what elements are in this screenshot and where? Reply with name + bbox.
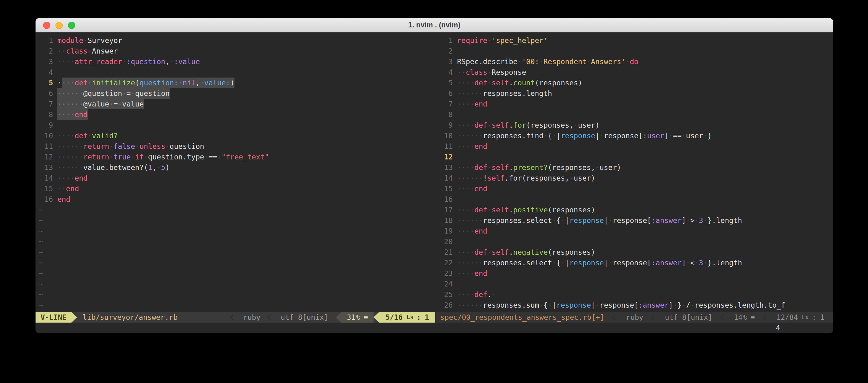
thin-separator-icon: [612, 314, 618, 320]
line-number: 19: [435, 226, 453, 236]
line-number: 11: [35, 141, 53, 152]
code-token: for: [513, 121, 526, 129]
code-line[interactable]: 15····end: [435, 183, 833, 194]
code-line[interactable]: 10····def·valid?: [35, 131, 435, 141]
minimize-button[interactable]: [56, 22, 63, 29]
gutter-gap: [453, 35, 457, 46]
gutter-gap: [453, 141, 457, 152]
window-titlebar[interactable]: 1. nvim . (nvim): [35, 18, 833, 32]
code-line[interactable]: 8: [435, 109, 833, 120]
code-line[interactable]: 5····def·initialize(question:·nil,·value…: [35, 77, 435, 88]
encoding-label: utf-8[unix]: [665, 312, 712, 323]
code-line[interactable]: 8····end: [35, 109, 435, 120]
whitespace-dot: ·: [487, 248, 492, 256]
gutter-gap: [453, 300, 457, 310]
whitespace-dot: ····: [57, 132, 74, 140]
code-line[interactable]: 11····end: [435, 141, 833, 152]
code-line[interactable]: 13······value.between?(1,·5): [35, 162, 435, 173]
whitespace-dot: ······: [57, 90, 83, 98]
line-number: 16: [35, 194, 53, 205]
whitespace-dot: ·: [599, 132, 604, 140]
code-line[interactable]: 12······return·true·if·question.type·==·…: [35, 152, 435, 162]
code-line[interactable]: 12: [435, 152, 833, 162]
code-token: self: [492, 79, 509, 87]
code-text: ······responses.sum·{·|response|·respons…: [457, 300, 785, 310]
line-number: 1: [435, 35, 453, 46]
code-line[interactable]: 10······responses.find·{·|response|·resp…: [435, 131, 833, 141]
code-token: end: [66, 185, 79, 193]
code-token: (responses,: [526, 121, 574, 129]
code-token: responses.sum: [483, 301, 539, 309]
whitespace-dot: ····: [457, 142, 474, 150]
empty-buffer-line: ~: [35, 300, 435, 310]
code-line[interactable]: 2: [435, 46, 833, 56]
code-line[interactable]: 7····end: [435, 99, 833, 109]
code-token: class: [466, 68, 487, 76]
tilde-marker: ~: [35, 215, 43, 226]
code-token: .: [487, 290, 492, 299]
code-token: true: [114, 153, 131, 161]
code-line[interactable]: 20: [435, 236, 833, 247]
statusline-spacer: [183, 312, 230, 323]
code-line[interactable]: 15··end: [35, 183, 435, 194]
code-text: ······return·false·unless·question: [57, 141, 204, 152]
code-line[interactable]: 2··class·Answer: [35, 46, 435, 56]
line-number: 4: [35, 67, 53, 77]
code-line[interactable]: 14······!self.for(responses,·user): [435, 173, 833, 183]
code-line[interactable]: 21····def·self.negative(responses): [435, 247, 833, 257]
code-line[interactable]: 1require·'spec_helper': [435, 35, 833, 46]
code-line[interactable]: 16: [435, 194, 833, 205]
gutter-gap: [453, 236, 457, 247]
code-line[interactable]: 6······@question·=·question: [35, 88, 435, 99]
code-token: '00:: [522, 58, 539, 66]
code-line[interactable]: 4··class·Response: [435, 67, 833, 77]
whitespace-dot: ·: [686, 216, 690, 224]
line-number: 15: [35, 183, 53, 194]
code-line[interactable]: 3····attr_reader·:question,·:value: [35, 56, 435, 67]
whitespace-dot: ······: [57, 100, 83, 108]
thin-separator-icon: [763, 314, 768, 320]
whitespace-dot: ·: [122, 58, 127, 66]
whitespace-dot: ····: [457, 121, 474, 129]
gutter-gap: [453, 279, 457, 289]
zoom-button[interactable]: [68, 22, 75, 29]
line-number: 4: [435, 67, 453, 77]
code-line[interactable]: 24: [435, 279, 833, 289]
code-line[interactable]: 11······return·false·unless·question: [35, 141, 435, 152]
code-token: end: [74, 174, 88, 182]
code-token: Surveyor: [88, 36, 122, 44]
code-line[interactable]: 1module·Surveyor: [35, 35, 435, 46]
gutter-gap: [453, 257, 457, 268]
selected-code-text: ······@value·=·value: [57, 99, 144, 109]
gutter-gap: [453, 46, 457, 56]
code-line[interactable]: 4: [35, 67, 435, 77]
close-button[interactable]: [43, 22, 50, 29]
whitespace-dot: ·: [88, 79, 92, 87]
code-line[interactable]: 25····def.·: [435, 289, 833, 300]
code-line[interactable]: 16end: [35, 194, 435, 205]
code-line[interactable]: 22······responses.select·{·|response|·re…: [435, 257, 833, 268]
code-line[interactable]: 26······responses.sum·{·|response|·respo…: [435, 300, 833, 310]
code-text: ····def·self.for(responses,·user): [457, 120, 599, 131]
statusline-right-group: ruby utf-8[unix] 14% ≡ 12/84 LN: [613, 312, 833, 323]
code-line[interactable]: 14····end: [35, 173, 435, 183]
tilde-marker: ~: [35, 257, 43, 268]
code-line[interactable]: 23····end: [435, 268, 833, 279]
gutter-gap: [53, 141, 57, 152]
code-line[interactable]: 3RSpec.describe·'00:·Respondent·Answers'…: [435, 56, 833, 67]
code-line[interactable]: 13····def·self.present?(responses,·user): [435, 162, 833, 173]
line-number: 17: [435, 205, 453, 215]
code-line[interactable]: 17····def·self.positive(responses): [435, 205, 833, 215]
code-line[interactable]: 7······@value·=·value: [35, 99, 435, 109]
code-line[interactable]: 9····def·self.for(responses,·user): [435, 120, 833, 131]
code-text: ······responses.length: [457, 88, 552, 99]
code-line[interactable]: 9: [35, 120, 435, 131]
whitespace-dot: ·: [518, 58, 522, 66]
code-line[interactable]: 19····end: [435, 226, 833, 236]
code-token: module: [57, 36, 83, 44]
code-line[interactable]: 5····def·self.count(responses): [435, 77, 833, 88]
code-line[interactable]: 6······responses.length: [435, 88, 833, 99]
empty-buffer-line: ~: [35, 236, 435, 247]
gutter-gap: [453, 205, 457, 215]
code-line[interactable]: 18······responses.select·{·|response|·re…: [435, 215, 833, 226]
